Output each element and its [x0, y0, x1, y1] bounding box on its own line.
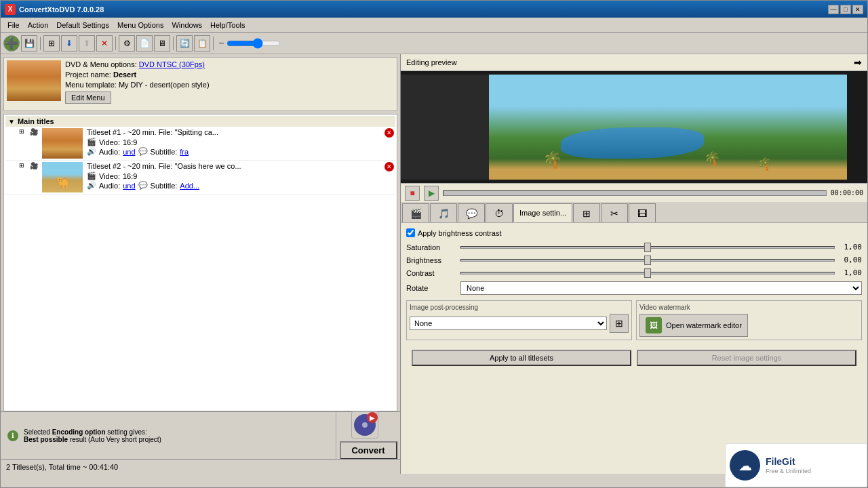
dvd-options-link[interactable]: DVD NTSC (30Fps): [139, 60, 205, 68]
brightness-slider-container: [460, 259, 835, 262]
contrast-slider[interactable]: [460, 272, 835, 274]
menu-file[interactable]: File: [3, 20, 24, 30]
saturation-slider-container: [460, 246, 835, 249]
bottom-area: ℹ Selected Encoding option setting gives…: [1, 411, 400, 459]
status-icon: ℹ: [7, 430, 18, 441]
apply-brightness-label: Apply brightness contrast: [418, 229, 502, 237]
ts1-audio-value[interactable]: und: [123, 148, 135, 156]
ts1-expand[interactable]: ⊞: [19, 128, 24, 135]
ts1-remove-button[interactable]: ✕: [384, 128, 394, 138]
menu-help[interactable]: Help/Tools: [206, 20, 249, 30]
ts1-subtitle-value[interactable]: fra: [180, 148, 189, 156]
dvd-icon: ▶: [351, 411, 378, 439]
menu-action[interactable]: Action: [24, 20, 53, 30]
preview-controls: ■ ▶ 00:00:00: [401, 183, 867, 202]
rotate-label: Rotate: [406, 284, 460, 292]
ts2-subtitle-label: Subtitle:: [151, 182, 178, 190]
bottom-action-buttons: Apply to all titlesets Reset image setti…: [406, 346, 862, 370]
ts2-audio-value[interactable]: und: [123, 182, 135, 190]
ts2-thumbnail: [42, 162, 83, 192]
filegit-cloud-icon: ☁: [738, 458, 752, 474]
refresh-button[interactable]: 🔄: [176, 35, 193, 52]
tab-image[interactable]: Image settin...: [513, 203, 572, 222]
clipboard-button[interactable]: 📋: [194, 35, 210, 52]
ts2-subtitle-add[interactable]: Add...: [180, 182, 199, 190]
convert-button[interactable]: Convert: [340, 441, 397, 460]
apply-all-button[interactable]: Apply to all titlesets: [412, 350, 631, 366]
timeline-slider[interactable]: [443, 190, 827, 196]
grid-button[interactable]: ⊞: [43, 35, 60, 52]
screen-button[interactable]: 🖥: [154, 35, 170, 52]
project-name-label: Project name:: [65, 70, 111, 79]
window-controls: — □ ✕: [828, 5, 863, 14]
menu-template-label: Menu template:: [65, 81, 117, 89]
ts2-video-row: 🎬 Video: 16:9: [87, 171, 393, 180]
brightness-slider[interactable]: [460, 259, 835, 262]
remove-button[interactable]: ✕: [96, 35, 113, 52]
tab-chapters[interactable]: ⏱: [486, 203, 513, 222]
ts2-expand[interactable]: ⊞: [19, 162, 24, 169]
tab-subtitle[interactable]: 💬: [458, 203, 485, 222]
down-button[interactable]: ⬇: [61, 35, 77, 52]
post-icon-button[interactable]: ⊞: [610, 314, 629, 333]
quality-slider-container: ─: [219, 38, 281, 49]
menubar: File Action Default Settings Menu Option…: [1, 18, 867, 33]
add-button[interactable]: ➕: [3, 35, 20, 52]
reset-settings-button[interactable]: Reset image settings: [637, 350, 856, 366]
ts2-sub-icon: 💬: [138, 181, 148, 190]
saturation-slider[interactable]: [460, 246, 835, 249]
quality-slider[interactable]: [226, 38, 281, 49]
ts1-title: Titleset #1 - ~20 min. File: "Spitting c…: [87, 128, 393, 136]
save-button[interactable]: 💾: [21, 35, 37, 52]
minimize-button[interactable]: —: [828, 5, 839, 14]
watermark-label: Open watermark editor: [666, 321, 742, 329]
project-tree: ▼ Main titles ⊞ 🎥 Titleset #1 - ~20 min.…: [3, 114, 397, 411]
preview-navigate-icon[interactable]: ➡: [854, 57, 862, 68]
post-group-title: Image post-processing: [410, 304, 629, 311]
ts1-video-icon: 🎬: [87, 138, 96, 146]
settings-button[interactable]: ⚙: [119, 35, 135, 52]
page-button[interactable]: 📄: [136, 35, 153, 52]
tab-cut[interactable]: ✂: [601, 203, 628, 222]
ts1-video-value: 16:9: [123, 138, 137, 146]
ts2-remove-button[interactable]: ✕: [384, 162, 394, 171]
time-display: 00:00:00: [831, 189, 863, 197]
filegit-tagline: Free & Unlimited: [766, 468, 811, 474]
ts1-details: Titleset #1 - ~20 min. File: "Spitting c…: [87, 128, 393, 157]
status-text-5: result (Auto Very short project): [70, 436, 161, 443]
disc-center: [362, 422, 368, 428]
menu-windows[interactable]: Windows: [167, 20, 206, 30]
window-title: ConvertXtoDVD 7.0.0.28: [19, 5, 828, 14]
watermark-icon: 🖼: [646, 317, 662, 333]
tab-video[interactable]: 🎬: [402, 203, 429, 222]
edit-menu-button[interactable]: Edit Menu: [65, 92, 111, 104]
menu-default-settings[interactable]: Default Settings: [52, 20, 113, 30]
close-button[interactable]: ✕: [852, 5, 863, 14]
play-button[interactable]: ▶: [424, 186, 439, 201]
main-titles-expand[interactable]: ▼: [8, 118, 15, 125]
ts2-details: Titleset #2 - ~20 min. File: "Oasis here…: [87, 162, 393, 190]
slider-label: ─: [219, 39, 224, 47]
maximize-button[interactable]: □: [840, 5, 851, 14]
post-processing-select[interactable]: None: [410, 317, 607, 330]
tab-resize[interactable]: ⊞: [573, 203, 600, 222]
menu-template-row: Menu template: My DIY - desert(open styl…: [65, 81, 394, 89]
project-thumbnail: [7, 60, 61, 101]
preview-video: 🌴 🌴 🌴: [489, 75, 847, 180]
up-button[interactable]: ⬆: [79, 35, 95, 52]
convert-panel: ▶ Convert: [336, 412, 400, 459]
titlebar: X ConvertXtoDVD 7.0.0.28 — □ ✕: [1, 1, 867, 18]
rotate-select[interactable]: None 90° 180° 270°: [460, 281, 862, 295]
open-watermark-button[interactable]: 🖼 Open watermark editor: [639, 314, 748, 337]
menu-options[interactable]: Menu Options: [113, 20, 167, 30]
status-info: Selected Encoding option setting gives: …: [24, 428, 329, 443]
tab-film[interactable]: 🎞: [629, 203, 656, 222]
preview-title: Editing preview: [406, 58, 457, 66]
apply-brightness-checkbox[interactable]: [406, 228, 415, 237]
menu-template-value: My DIY - desert(open style): [119, 81, 210, 89]
app-icon: X: [5, 4, 16, 15]
tab-audio[interactable]: 🎵: [430, 203, 457, 222]
stop-button[interactable]: ■: [405, 186, 420, 201]
convert-icon: ▶: [351, 411, 385, 439]
palm-1: 🌴: [542, 150, 563, 169]
